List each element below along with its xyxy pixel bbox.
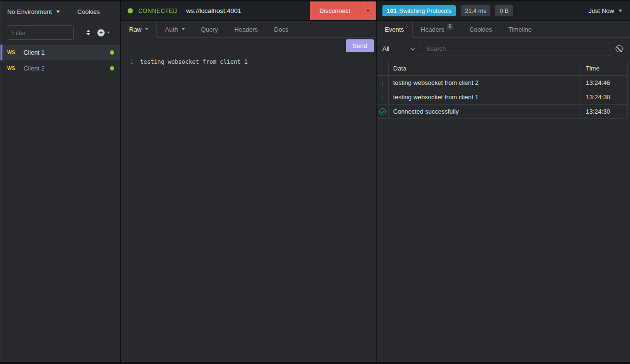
chevron-down-icon — [366, 10, 370, 12]
sort-icon[interactable] — [86, 30, 90, 35]
connected-dot-icon — [110, 50, 114, 55]
request-pane: CONNECTED ws://localhost:4001 Disconnect… — [121, 1, 376, 362]
tab-label: Headers — [421, 26, 444, 33]
line-number: 1 — [121, 58, 140, 66]
tab-raw[interactable]: Raw — [121, 21, 157, 38]
chevron-down-icon — [145, 28, 148, 30]
client-name: Client 2 — [24, 65, 45, 72]
tab-label: Timeline — [508, 26, 532, 33]
duration-badge: 21.4 ms — [461, 5, 490, 16]
table-row[interactable]: Connected successfully 13:24:30 — [377, 104, 628, 118]
time-column-header: Time — [581, 62, 628, 75]
plus-circle-icon — [97, 29, 105, 36]
chevron-down-icon — [107, 32, 110, 34]
response-tabbar: Events Headers 5 Cookies Timeline — [377, 21, 630, 38]
response-pane: 101Switching Protocols 21.4 ms 0 B Just … — [377, 1, 630, 362]
chevron-down-icon — [618, 10, 622, 12]
events-filter-row: All — [377, 38, 630, 59]
tab-label: Raw — [129, 26, 142, 33]
tab-label: Docs — [274, 26, 288, 33]
tab-query[interactable]: Query — [193, 21, 226, 38]
status-badge: 101Switching Protocols — [382, 5, 456, 16]
request-tabbar: Raw Auth Query Headers Docs — [121, 21, 376, 38]
editor-content: testing websocket from client 1 — [140, 58, 248, 66]
ws-method-tag: WS — [7, 50, 20, 55]
status-text: Switching Protocols — [399, 8, 452, 14]
chevron-down-icon — [182, 28, 185, 30]
url-bar: CONNECTED ws://localhost:4001 Disconnect — [121, 1, 376, 21]
client-name: Client 1 — [24, 49, 45, 56]
tab-events[interactable]: Events — [377, 21, 413, 38]
filter-input[interactable] — [7, 25, 74, 40]
websocket-url[interactable]: ws://localhost:4001 — [186, 7, 241, 14]
tabbar-filler — [540, 21, 630, 38]
send-row: Send — [121, 38, 376, 54]
disconnect-button[interactable]: Disconnect — [310, 1, 360, 20]
sort-down-arrow-icon — [86, 33, 90, 35]
chevron-down-icon — [56, 11, 60, 13]
sidebar: No Environment Cookies WS Client 1 — [0, 1, 120, 362]
sidebar-item-client-1[interactable]: WS Client 1 — [0, 45, 120, 60]
tab-label: Auth — [165, 26, 178, 33]
events-search-input[interactable] — [420, 42, 609, 56]
cookies-button[interactable]: Cookies — [77, 8, 100, 15]
table-row[interactable]: testing websocket from client 2 13:24:46 — [377, 75, 628, 90]
status-code: 101 — [387, 8, 397, 14]
tab-docs[interactable]: Docs — [266, 21, 297, 38]
table-row[interactable]: testing websocket from client 1 13:24:38 — [377, 90, 628, 104]
tab-headers[interactable]: Headers — [226, 21, 266, 38]
request-list: WS Client 1 WS Client 2 — [0, 45, 120, 76]
event-time: 13:24:38 — [581, 90, 628, 104]
app-window: No Environment Cookies WS Client 1 — [0, 0, 630, 364]
event-data: testing websocket from client 2 — [388, 75, 581, 90]
check-circle-icon — [379, 108, 386, 115]
environment-selector[interactable]: No Environment — [7, 8, 60, 15]
tab-timeline[interactable]: Timeline — [500, 21, 540, 38]
tabbar-filler — [297, 21, 376, 38]
ws-method-tag: WS — [7, 66, 20, 71]
tab-label: Cookies — [469, 26, 492, 33]
event-data: testing websocket from client 1 — [388, 90, 581, 104]
sidebar-header: No Environment Cookies — [0, 1, 120, 22]
events-table: Data Time testing websocket from client … — [377, 62, 628, 119]
arrow-up-icon — [380, 93, 384, 101]
environment-label: No Environment — [7, 8, 52, 15]
response-history-dropdown[interactable]: Just Now — [589, 7, 622, 14]
event-time: 13:24:46 — [581, 75, 628, 90]
size-badge: 0 B — [495, 5, 513, 16]
history-label: Just Now — [589, 7, 614, 14]
message-editor[interactable]: 1 testing websocket from client 1 — [121, 54, 376, 362]
tab-label: Events — [385, 26, 404, 33]
data-column-header: Data — [388, 62, 581, 75]
tab-label: Headers — [234, 26, 258, 33]
event-time: 13:24:30 — [581, 104, 628, 118]
event-type-value: All — [382, 45, 389, 52]
response-meta-bar: 101Switching Protocols 21.4 ms 0 B Just … — [377, 1, 630, 21]
sort-up-arrow-icon — [86, 30, 90, 32]
tab-resp-cookies[interactable]: Cookies — [461, 21, 500, 38]
connection-status-label: CONNECTED — [138, 8, 178, 14]
event-type-select[interactable]: All — [382, 45, 414, 52]
tab-resp-headers[interactable]: Headers 5 — [413, 21, 462, 38]
sidebar-item-client-2[interactable]: WS Client 2 — [0, 60, 120, 76]
disconnect-button-group: Disconnect — [310, 1, 376, 20]
tab-auth[interactable]: Auth — [157, 21, 193, 38]
tab-label: Query — [201, 26, 218, 33]
connected-dot-icon — [110, 66, 114, 70]
send-button[interactable]: Send — [346, 39, 374, 52]
arrow-down-icon — [380, 79, 384, 86]
events-table-header: Data Time — [377, 62, 628, 75]
connection-status-dot-icon — [128, 8, 133, 13]
add-request-button[interactable] — [97, 29, 110, 36]
clear-events-icon[interactable] — [616, 45, 623, 52]
sidebar-filter-row — [0, 22, 120, 44]
event-data: Connected successfully — [388, 104, 581, 118]
headers-count-badge: 5 — [447, 23, 453, 30]
editor-line: 1 testing websocket from client 1 — [121, 58, 376, 66]
disconnect-dropdown-button[interactable] — [360, 1, 376, 20]
icon-column-header — [377, 62, 388, 75]
chevron-down-icon — [411, 47, 415, 50]
